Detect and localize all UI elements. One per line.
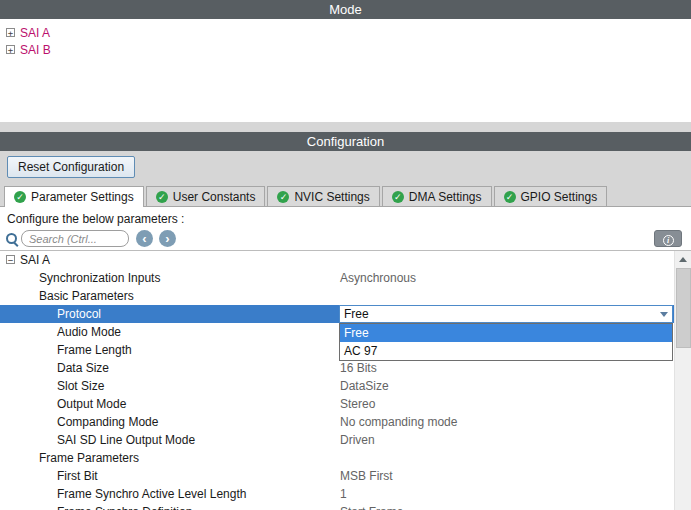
- tree-item-label: SAI A: [20, 26, 50, 40]
- param-label: SAI SD Line Output Mode: [57, 431, 195, 449]
- expand-plus-icon[interactable]: +: [6, 28, 15, 37]
- scrollbar-thumb[interactable]: [676, 268, 691, 348]
- param-label: First Bit: [57, 467, 98, 485]
- info-icon: i: [663, 235, 674, 246]
- param-value: Asynchronous: [340, 269, 416, 287]
- check-icon: ✓: [156, 191, 168, 203]
- param-value: No companding mode: [340, 413, 457, 431]
- check-icon: ✓: [277, 191, 289, 203]
- tab-gpio-settings[interactable]: ✓GPIO Settings: [494, 186, 608, 206]
- parameter-settings-page: Configure the below parameters : ‹ › i −…: [0, 207, 691, 510]
- vertical-scrollbar[interactable]: [674, 251, 691, 510]
- panel-divider: [0, 122, 691, 132]
- mode-tree: +SAI A+SAI B: [0, 19, 691, 122]
- param-label: Companding Mode: [57, 413, 158, 431]
- tab-parameter-settings[interactable]: ✓Parameter Settings: [4, 186, 144, 207]
- tab-nvic-settings[interactable]: ✓NVIC Settings: [267, 186, 379, 206]
- dropdown-option-free[interactable]: Free: [340, 324, 672, 342]
- parameters-table: −SAI ASynchronization InputsAsynchronous…: [0, 250, 691, 510]
- param-label: Output Mode: [57, 395, 126, 413]
- mode-panel-header: Mode: [0, 0, 691, 19]
- dropdown-option-ac-97[interactable]: AC 97: [340, 342, 672, 360]
- param-label: Frame Length: [57, 341, 132, 359]
- check-icon: ✓: [392, 191, 404, 203]
- configuration-panel: Reset Configuration ✓Parameter Settings✓…: [0, 151, 691, 510]
- param-label: SAI A: [20, 251, 50, 269]
- tab-label: NVIC Settings: [294, 190, 369, 204]
- param-row-slot-size[interactable]: Slot SizeDataSize: [0, 377, 674, 395]
- tree-item-label: SAI B: [20, 43, 51, 57]
- param-row-companding-mode[interactable]: Companding ModeNo companding mode: [0, 413, 674, 431]
- reset-configuration-button[interactable]: Reset Configuration: [7, 156, 135, 178]
- check-icon: ✓: [14, 191, 26, 203]
- param-label: Slot Size: [57, 377, 104, 395]
- tab-label: User Constants: [173, 190, 256, 204]
- configuration-panel-header: Configuration: [0, 132, 691, 151]
- param-label: Audio Mode: [57, 323, 121, 341]
- search-icon: [6, 233, 19, 246]
- param-label: Data Size: [57, 359, 109, 377]
- param-row-basic-parameters[interactable]: Basic Parameters: [0, 287, 674, 305]
- info-button[interactable]: i: [654, 230, 682, 247]
- param-value: DataSize: [340, 377, 389, 395]
- param-label: Protocol: [57, 305, 101, 323]
- param-row-frame-synchro-definition[interactable]: Frame Synchro DefinitionStart Frame: [0, 503, 674, 510]
- protocol-combobox[interactable]: Free: [339, 305, 673, 323]
- protocol-dropdown-list: FreeAC 97: [339, 323, 673, 361]
- param-row-output-mode[interactable]: Output ModeStereo: [0, 395, 674, 413]
- param-label: Frame Synchro Definition: [57, 503, 192, 510]
- param-value: Start Frame: [340, 503, 403, 510]
- tab-label: Parameter Settings: [31, 190, 134, 204]
- param-row-sai-a[interactable]: −SAI A: [0, 251, 674, 269]
- param-row-data-size[interactable]: Data Size16 Bits: [0, 359, 674, 377]
- param-row-synchronization-inputs[interactable]: Synchronization InputsAsynchronous: [0, 269, 674, 287]
- param-row-frame-parameters[interactable]: Frame Parameters: [0, 449, 674, 467]
- param-row-sai-sd-line-output-mode[interactable]: SAI SD Line Output ModeDriven: [0, 431, 674, 449]
- param-row-first-bit[interactable]: First BitMSB First: [0, 467, 674, 485]
- param-row-protocol[interactable]: ProtocolFree: [0, 305, 674, 323]
- param-value: Driven: [340, 431, 375, 449]
- mode-tree-item-sai-b[interactable]: +SAI B: [0, 41, 691, 58]
- mode-panel-title: Mode: [329, 2, 362, 17]
- tab-dma-settings[interactable]: ✓DMA Settings: [382, 186, 492, 206]
- collapse-minus-icon[interactable]: −: [6, 255, 15, 264]
- param-value: MSB First: [340, 467, 393, 485]
- parameters-table-rows: −SAI ASynchronization InputsAsynchronous…: [0, 251, 674, 510]
- search-toolbar: ‹ › i: [0, 229, 691, 249]
- combobox-value: Free: [340, 306, 657, 322]
- scroll-up-icon[interactable]: [675, 251, 691, 268]
- param-label: Frame Parameters: [39, 449, 139, 467]
- param-label: Basic Parameters: [39, 287, 134, 305]
- search-next-button[interactable]: ›: [159, 230, 176, 247]
- instruction-text: Configure the below parameters :: [7, 212, 184, 226]
- param-value: Stereo: [340, 395, 375, 413]
- param-value: 16 Bits: [340, 359, 377, 377]
- param-label: Synchronization Inputs: [39, 269, 160, 287]
- expand-plus-icon[interactable]: +: [6, 45, 15, 54]
- param-row-frame-synchro-active-level-length[interactable]: Frame Synchro Active Level Length1: [0, 485, 674, 503]
- tab-label: GPIO Settings: [521, 190, 598, 204]
- tab-bar: ✓Parameter Settings✓User Constants✓NVIC …: [0, 186, 691, 207]
- param-value: 1: [340, 485, 347, 503]
- tab-label: DMA Settings: [409, 190, 482, 204]
- tab-user-constants[interactable]: ✓User Constants: [146, 186, 266, 206]
- check-icon: ✓: [504, 191, 516, 203]
- search-previous-button[interactable]: ‹: [136, 230, 153, 247]
- configuration-panel-title: Configuration: [307, 134, 384, 149]
- mode-tree-item-sai-a[interactable]: +SAI A: [0, 24, 691, 41]
- search-input[interactable]: [21, 230, 129, 247]
- param-label: Frame Synchro Active Level Length: [57, 485, 246, 503]
- stm32cubemx-config-window: Mode +SAI A+SAI B Configuration Reset Co…: [0, 0, 691, 510]
- chevron-down-icon[interactable]: [657, 306, 672, 322]
